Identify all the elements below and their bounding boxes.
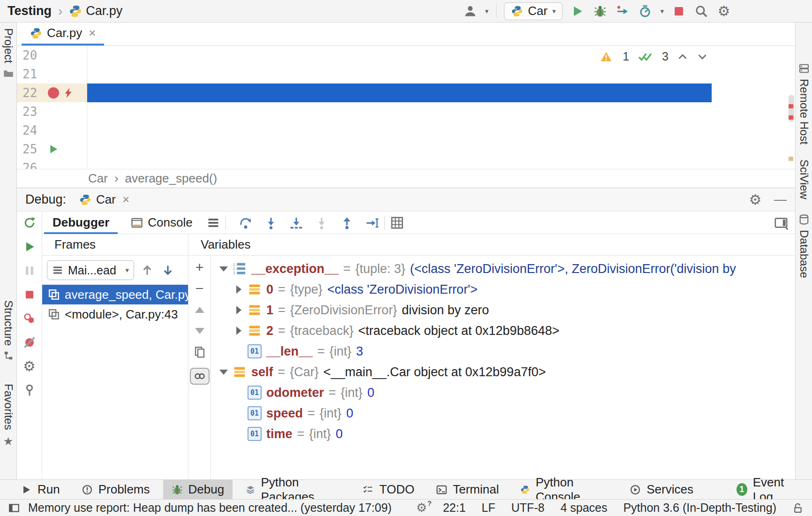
run-to-cursor-button[interactable]	[365, 215, 380, 230]
settings-button[interactable]: ⚙	[716, 4, 731, 19]
chevron-right-icon[interactable]	[231, 326, 247, 335]
file-encoding[interactable]: UTF-8	[511, 501, 545, 515]
close-icon[interactable]: ×	[87, 26, 96, 40]
user-button[interactable]	[463, 4, 478, 19]
variable-row[interactable]: 0 = {type} <class 'ZeroDivisionError'>	[211, 279, 795, 300]
error-stripe-mark[interactable]	[789, 104, 793, 108]
variable-row[interactable]: 01 odometer = {int} 0	[211, 382, 795, 403]
rerun-button[interactable]	[22, 215, 37, 230]
line-separator[interactable]: LF	[481, 501, 495, 515]
pop-frame-up-button[interactable]	[140, 263, 155, 278]
resume-button[interactable]	[22, 239, 37, 254]
step-out-button[interactable]	[339, 215, 354, 230]
tab-car-py[interactable]: Car.py ×	[22, 23, 104, 46]
status-message[interactable]: Memory use report: Heap dump has been cr…	[28, 501, 391, 515]
gutter-line-20[interactable]: 20	[17, 46, 87, 65]
breakpoint-icon[interactable]	[48, 87, 59, 99]
toolwindow-toggle-icon[interactable]	[8, 502, 20, 514]
sidebar-item-remote-host[interactable]: Remote Host	[796, 63, 812, 144]
gutter-line-23[interactable]: 23	[17, 102, 87, 121]
breadcrumb-project[interactable]: Testing	[8, 4, 52, 18]
step-into-my-code-button[interactable]	[289, 215, 304, 230]
variable-row[interactable]: 2 = {traceback} <traceback object at 0x1…	[211, 320, 795, 341]
sidebar-item-sciview[interactable]: SciView	[796, 159, 812, 199]
caret-position[interactable]: 22:1	[443, 501, 466, 515]
background-tasks-icon[interactable]: ⚙ ?	[416, 501, 427, 515]
step-into-button[interactable]	[263, 215, 278, 230]
sidebar-item-favorites[interactable]: Favorites ★	[0, 384, 16, 448]
duplicate-watch-button[interactable]	[192, 345, 208, 359]
remove-watch-button[interactable]: −	[192, 281, 208, 296]
pause-button[interactable]	[22, 263, 37, 278]
toolwindow-tab-run[interactable]: Run	[12, 480, 68, 499]
double-check-icon[interactable]	[638, 51, 652, 63]
error-stripe-mark[interactable]	[789, 115, 793, 120]
breadcrumb-file[interactable]: Car.py	[69, 4, 122, 18]
close-icon[interactable]: ×	[120, 192, 129, 207]
frame-item-current[interactable]: average_speed, Car.py	[42, 285, 188, 304]
evaluate-expression-button[interactable]	[390, 215, 405, 230]
tab-debugger[interactable]: Debugger	[44, 212, 118, 234]
run-with-coverage-button[interactable]	[615, 4, 630, 19]
gutter-line-25[interactable]: 25	[17, 140, 87, 159]
sidebar-item-structure[interactable]: Structure	[0, 300, 16, 361]
chevron-down-icon[interactable]	[216, 370, 232, 375]
move-up-button[interactable]	[192, 303, 208, 317]
variable-row[interactable]: 1 = {ZeroDivisionError} division by zero	[211, 300, 795, 320]
chevron-right-icon[interactable]	[231, 285, 247, 294]
chevron-down-icon[interactable]	[697, 51, 708, 62]
search-everywhere-button[interactable]	[694, 4, 709, 19]
toolwindow-tab-python-packages[interactable]: Python Packages	[237, 480, 349, 499]
gutter-line-22[interactable]: 22	[17, 83, 87, 102]
user-dropdown-icon[interactable]: ▾	[485, 7, 489, 15]
toolwindow-tab-python-console[interactable]: Python Console	[512, 480, 617, 499]
sidebar-item-project[interactable]: Project	[0, 28, 16, 79]
debug-session-tab[interactable]: Car ×	[79, 192, 129, 207]
warning-count[interactable]: 1	[621, 50, 629, 63]
run-button[interactable]	[570, 4, 585, 19]
breadcrumb-method[interactable]: average_speed()	[125, 171, 218, 186]
breadcrumb-class[interactable]: Car	[88, 171, 108, 186]
toolwindow-tab-problems[interactable]: Problems	[73, 480, 158, 499]
thread-selector[interactable]: Mai...ead ▾	[47, 260, 134, 280]
move-down-button[interactable]	[192, 324, 208, 338]
sidebar-item-database[interactable]: Database	[796, 214, 812, 278]
step-over-button[interactable]	[238, 215, 253, 230]
chevron-down-icon[interactable]	[216, 266, 232, 272]
toolwindow-tab-event-log[interactable]: 1 Event Log	[728, 480, 807, 499]
indent-setting[interactable]: 4 spaces	[560, 501, 607, 515]
stop-button[interactable]	[22, 287, 37, 302]
tab-console[interactable]: Console	[122, 212, 201, 234]
add-watch-button[interactable]: +	[192, 260, 208, 274]
toolwindow-tab-terminal[interactable]: Terminal	[428, 480, 507, 499]
force-step-into-button[interactable]	[314, 215, 329, 230]
gutter-line-24[interactable]: 24	[17, 121, 87, 140]
show-return-values-toggle[interactable]	[190, 368, 210, 385]
warning-stripe-mark[interactable]	[789, 157, 793, 161]
warning-icon[interactable]	[600, 51, 612, 63]
view-breakpoints-button[interactable]	[22, 311, 37, 326]
layout-menu-button[interactable]	[206, 215, 221, 230]
debug-button[interactable]	[593, 4, 608, 19]
run-line-icon[interactable]	[48, 144, 59, 155]
gutter-line-21[interactable]: 21	[17, 65, 87, 83]
debug-settings-button[interactable]: ⚙	[748, 192, 763, 207]
profiler-button[interactable]	[638, 4, 653, 19]
stop-button[interactable]	[671, 4, 686, 19]
run-config-selector[interactable]: Car ▾	[504, 2, 563, 20]
lock-icon[interactable]	[792, 502, 804, 514]
code-editor[interactable]: 20 21 def average_speed(self): self: <__…	[17, 46, 795, 169]
pin-button[interactable]	[22, 383, 37, 398]
toolwindow-tab-services[interactable]: Services	[621, 480, 702, 499]
ok-count[interactable]: 3	[660, 50, 669, 63]
gutter-line-26[interactable]: 26	[17, 159, 87, 169]
toolwindow-tab-todo[interactable]: TODO	[354, 480, 423, 499]
debugger-settings-button[interactable]: ⚙	[22, 359, 37, 374]
chevron-right-icon[interactable]	[231, 306, 247, 314]
restore-layout-button[interactable]	[774, 215, 789, 230]
mute-breakpoints-button[interactable]	[22, 335, 37, 350]
python-interpreter[interactable]: Python 3.6 (In-Depth-Testing)	[623, 501, 776, 515]
frame-item[interactable]: <module>, Car.py:43	[42, 304, 188, 324]
hide-toolwindow-button[interactable]: —	[774, 192, 787, 207]
variable-row[interactable]: 01 speed = {int} 0	[211, 403, 795, 424]
